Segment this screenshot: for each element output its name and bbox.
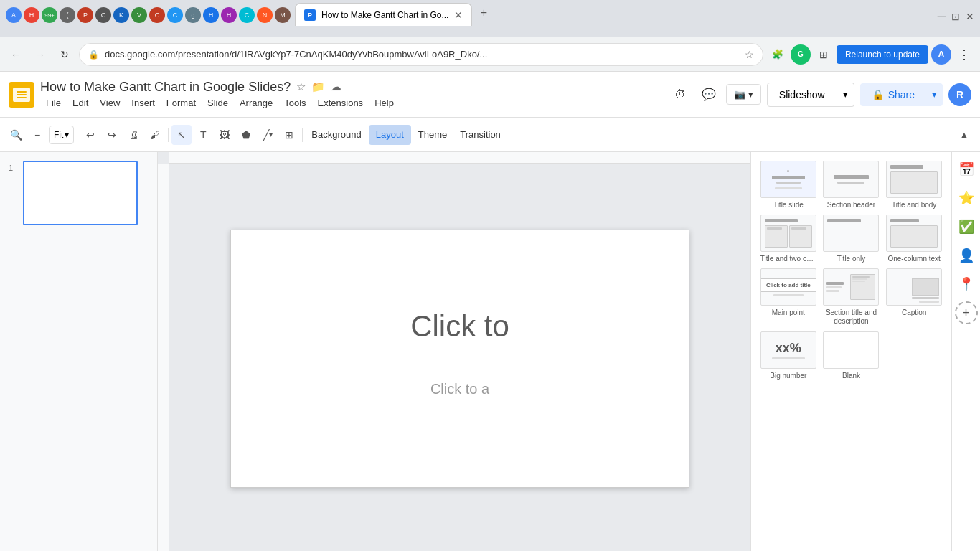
new-tab-button[interactable]: +: [473, 3, 494, 23]
comments-button[interactable]: 💬: [697, 83, 720, 106]
ext-icon-9[interactable]: C: [149, 7, 165, 23]
layout-item-title-and-body[interactable]: Title and body: [885, 161, 943, 209]
add-icon[interactable]: +: [955, 301, 978, 324]
minimize-icon[interactable]: ─: [938, 10, 946, 23]
paint-format-button[interactable]: 🖌: [145, 125, 165, 145]
chrome-menu-button[interactable]: ⋮: [954, 44, 974, 65]
tab-close-icon[interactable]: ✕: [454, 9, 463, 21]
zoom-dropdown[interactable]: Fit ▾: [49, 126, 74, 144]
back-button[interactable]: ←: [6, 44, 26, 65]
person-icon[interactable]: 👤: [955, 244, 978, 267]
ext-icon-15[interactable]: N: [257, 7, 273, 23]
close-window-icon[interactable]: ✕: [966, 11, 974, 22]
layout-label-title-slide: Title slide: [773, 201, 804, 209]
address-bar[interactable]: 🔒 docs.google.com/presentation/d/1iRAVgk…: [79, 43, 763, 66]
shapes-button[interactable]: ⬟: [236, 125, 256, 145]
ext-icon-11[interactable]: g: [185, 7, 201, 23]
redo-button[interactable]: ↪: [102, 125, 122, 145]
menu-tools[interactable]: Tools: [278, 96, 311, 110]
ext-icon-1[interactable]: A: [6, 7, 22, 23]
slide-content[interactable]: Click to Click to a: [230, 230, 689, 488]
print-button[interactable]: 🖨: [123, 125, 143, 145]
slide-canvas[interactable]: Click to Click to a: [169, 164, 750, 551]
ext-icon-12[interactable]: H: [203, 7, 219, 23]
share-dropdown-button[interactable]: ▾: [926, 83, 943, 106]
layout-button[interactable]: Layout: [369, 125, 411, 145]
ext-icon-16[interactable]: M: [275, 7, 291, 23]
cloud-icon[interactable]: ☁: [331, 80, 341, 93]
menu-file[interactable]: File: [40, 96, 67, 110]
ext-icon-10[interactable]: C: [167, 7, 183, 23]
reload-button[interactable]: ↻: [55, 44, 75, 65]
map-pin-icon[interactable]: 📍: [955, 273, 978, 296]
menu-format[interactable]: Format: [161, 96, 202, 110]
menu-extensions[interactable]: Extensions: [312, 96, 369, 110]
slide-item-1[interactable]: 1: [6, 158, 151, 228]
ext-icon-13[interactable]: H: [221, 7, 237, 23]
layout-item-title-slide[interactable]: Title slide: [760, 161, 817, 209]
text-button[interactable]: T: [193, 125, 213, 145]
extensions-button[interactable]: 🧩: [768, 44, 788, 65]
undo-button[interactable]: ↩: [80, 125, 100, 145]
ext-icon-6[interactable]: C: [95, 7, 111, 23]
slideshow-dropdown-button[interactable]: ▾: [837, 83, 854, 107]
camera-button[interactable]: 📷 ▾: [726, 84, 761, 105]
star-side-icon[interactable]: ⭐: [955, 187, 978, 209]
toolbar-separator-2: [168, 128, 169, 142]
ext-icon-5[interactable]: P: [77, 7, 93, 23]
folder-icon[interactable]: 📁: [311, 80, 325, 93]
ext-icon-8[interactable]: V: [131, 7, 147, 23]
forward-button[interactable]: →: [30, 44, 50, 65]
line-button[interactable]: ╱▾: [258, 125, 278, 145]
ext-icon-14[interactable]: C: [239, 7, 255, 23]
collapse-toolbar-button[interactable]: ▲: [954, 125, 974, 145]
menu-view[interactable]: View: [94, 96, 126, 110]
layout-item-big-number[interactable]: xx% Big number: [760, 331, 817, 380]
background-button[interactable]: Background: [306, 125, 367, 145]
slide-sub-text[interactable]: Click to a: [430, 381, 489, 397]
extension-puzzle-button[interactable]: ⊞: [814, 44, 834, 65]
slideshow-button[interactable]: Slideshow: [767, 83, 837, 107]
zoom-dropdown-icon: ▾: [65, 130, 69, 140]
ext-icon-3[interactable]: 99+: [42, 7, 57, 23]
zoom-minus-button[interactable]: −: [27, 125, 47, 145]
menu-insert[interactable]: Insert: [126, 96, 161, 110]
menu-edit[interactable]: Edit: [67, 96, 94, 110]
slide-main-text[interactable]: Click to: [410, 309, 509, 344]
transition-button[interactable]: Transition: [454, 125, 507, 145]
calendar-icon[interactable]: 📅: [955, 158, 978, 181]
layout-item-section-header[interactable]: Section header: [823, 161, 880, 209]
user-avatar-browser[interactable]: A: [931, 44, 951, 65]
user-avatar-app[interactable]: R: [948, 83, 971, 106]
maximize-icon[interactable]: ⊡: [951, 11, 960, 22]
relaunch-button[interactable]: Relaunch to update: [837, 45, 928, 64]
check-circle-icon[interactable]: ✅: [955, 215, 978, 238]
star-icon[interactable]: ☆: [296, 80, 306, 93]
share-button[interactable]: 🔒 Share: [860, 83, 926, 106]
layout-item-main-point[interactable]: Click to add title Main point: [760, 268, 817, 326]
menu-help[interactable]: Help: [369, 96, 400, 110]
ext-icon-4[interactable]: (: [60, 7, 75, 23]
layout-item-blank[interactable]: Blank: [823, 331, 880, 380]
search-button[interactable]: 🔍: [6, 125, 26, 145]
theme-button[interactable]: Theme: [413, 125, 453, 145]
layout-thumb-caption: [886, 268, 942, 306]
layout-item-caption[interactable]: Caption: [885, 268, 943, 326]
image-button[interactable]: 🖼: [215, 125, 235, 145]
ext-icon-2[interactable]: H: [24, 7, 39, 23]
layout-item-one-column-text[interactable]: One-column text: [885, 215, 943, 263]
grammarly-icon[interactable]: G: [791, 44, 811, 65]
app-logo[interactable]: [9, 82, 34, 108]
active-tab[interactable]: P How to Make Gantt Chart in Go... ✕: [295, 3, 472, 26]
insert-button[interactable]: ⊞: [279, 125, 299, 145]
canvas-area: Click to Click to a: [158, 152, 750, 551]
layout-item-title-and-two-columns[interactable]: Title and two columns: [760, 215, 817, 263]
ext-icon-7[interactable]: K: [113, 7, 129, 23]
bookmark-icon[interactable]: ☆: [745, 49, 754, 60]
select-button[interactable]: ↖: [171, 125, 192, 145]
layout-item-section-title-desc[interactable]: Section title and description: [823, 268, 880, 326]
history-button[interactable]: ⏱: [669, 83, 692, 106]
layout-item-title-only[interactable]: Title only: [823, 215, 880, 263]
menu-slide[interactable]: Slide: [202, 96, 234, 110]
menu-arrange[interactable]: Arrange: [234, 96, 278, 110]
